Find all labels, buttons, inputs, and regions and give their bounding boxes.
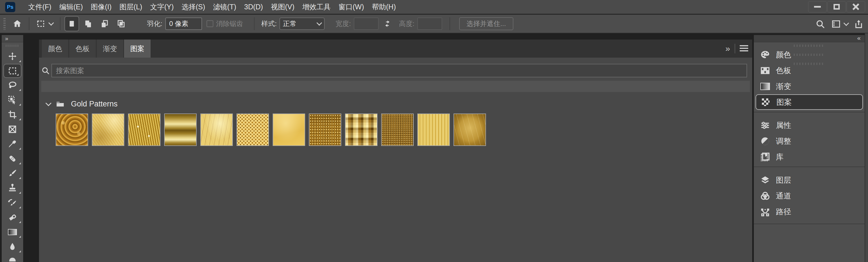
dodge-icon: [8, 256, 17, 261]
history-brush-tool[interactable]: [2, 195, 23, 210]
dock-item-color[interactable]: 颜色: [754, 47, 865, 62]
home-button[interactable]: [10, 17, 25, 31]
height-label: 高度:: [396, 19, 417, 28]
close-button[interactable]: [846, 1, 865, 12]
pattern-swatch-halftone-dot-gold[interactable]: [237, 113, 269, 146]
dock-item-libraries[interactable]: 库: [754, 149, 865, 165]
height-input[interactable]: [417, 18, 442, 30]
menu-filter[interactable]: 滤镜(T): [209, 0, 240, 13]
new-selection-button[interactable]: [64, 16, 79, 31]
properties-icon: [760, 120, 770, 130]
menu-3d[interactable]: 3D(D): [240, 0, 267, 13]
subtract-from-selection-button[interactable]: [97, 16, 112, 31]
workspace-switcher[interactable]: [831, 20, 848, 28]
pattern-swatch-vertical-brushed-gold[interactable]: [417, 113, 450, 146]
tab-color[interactable]: 颜色: [42, 39, 68, 58]
menu-edit[interactable]: 编辑(E): [55, 0, 87, 13]
clone-stamp-tool[interactable]: [2, 181, 23, 195]
tab-gradients[interactable]: 渐变: [97, 39, 123, 58]
dock-item-channels[interactable]: 通道: [754, 188, 865, 203]
options-bar-grip[interactable]: [3, 18, 6, 30]
menu-image[interactable]: 图像(I): [87, 0, 116, 13]
share-icon[interactable]: [854, 19, 864, 29]
menu-type[interactable]: 文字(Y): [146, 0, 178, 13]
pattern-swatch-smooth-gradient-gold-bands[interactable]: [164, 113, 197, 146]
pattern-swatch-dark-speckled-gold[interactable]: [309, 113, 341, 146]
tab-swatches[interactable]: 色板: [69, 39, 96, 58]
new-selection-icon: [67, 20, 76, 28]
add-to-selection-button[interactable]: [81, 16, 95, 31]
pattern-icon: [761, 97, 771, 107]
pattern-swatch-smooth-light-gold[interactable]: [273, 113, 305, 146]
maximize-button[interactable]: [827, 1, 846, 12]
libraries-icon: [760, 152, 770, 162]
chevron-down-icon: [316, 20, 322, 26]
menu-help[interactable]: 帮助(H): [368, 0, 400, 13]
search-icon[interactable]: [815, 19, 825, 29]
dock-item-swatches[interactable]: 色板: [754, 63, 865, 78]
flyout-indicator: [19, 221, 21, 223]
dock-group-grip[interactable]: [794, 44, 825, 47]
chevron-down-icon: [48, 20, 54, 26]
pattern-search-input[interactable]: [52, 64, 747, 77]
move-tool[interactable]: [2, 49, 23, 64]
menu-window[interactable]: 窗口(W): [335, 0, 368, 13]
tab-patterns[interactable]: 图案: [124, 39, 151, 58]
blur-tool[interactable]: [2, 239, 23, 254]
spot-healing-brush-tool[interactable]: [2, 151, 23, 166]
dock-item-patterns[interactable]: 图案: [755, 94, 863, 110]
dock-item-layers[interactable]: 图层: [754, 172, 865, 188]
feather-input[interactable]: [165, 18, 202, 30]
panel-collapse-button[interactable]: »: [725, 44, 730, 53]
eyedropper-tool[interactable]: [2, 137, 23, 151]
flyout-indicator: [19, 177, 21, 179]
panel-tab-strip: 颜色 色板 渐变 图案 »: [39, 39, 752, 58]
toolbar-expand-button[interactable]: »: [2, 35, 23, 42]
pattern-swatch-mosaic-pixel-gold[interactable]: [345, 113, 377, 146]
pattern-swatch-glitter-gold[interactable]: [381, 113, 414, 146]
tool-preset-marquee[interactable]: [33, 17, 56, 31]
object-selection-tool[interactable]: [2, 93, 23, 107]
intersect-selection-icon: [117, 20, 125, 28]
dock-collapse-button[interactable]: «: [857, 35, 865, 42]
pattern-swatch-grainy-gold-foil[interactable]: [92, 113, 124, 146]
menu-layer[interactable]: 图层(L): [116, 0, 146, 13]
paths-icon: [760, 207, 770, 217]
recent-patterns-row: [41, 81, 750, 92]
dock-item-label: 图案: [776, 97, 792, 107]
rectangular-marquee-tool[interactable]: [3, 64, 22, 78]
history-brush-icon: [8, 198, 17, 207]
dock-header: «: [754, 35, 865, 42]
dock-item-label: 图层: [776, 175, 791, 185]
menu-view[interactable]: 视图(V): [267, 0, 299, 13]
dock-item-paths[interactable]: 路径: [754, 204, 865, 219]
style-select[interactable]: 正常: [279, 18, 324, 30]
gradient-tool[interactable]: [2, 225, 23, 239]
minimize-button[interactable]: [808, 1, 827, 12]
dock-item-properties[interactable]: 属性: [754, 118, 865, 133]
pattern-swatch-light-scratched-gold[interactable]: [200, 113, 233, 146]
frame-tool[interactable]: [2, 122, 23, 137]
brush-tool[interactable]: [2, 166, 23, 181]
intersect-selection-button[interactable]: [114, 16, 128, 31]
crop-tool[interactable]: [2, 107, 23, 122]
lasso-tool[interactable]: [2, 78, 23, 93]
dock-group-separator: [754, 224, 865, 224]
menu-plugins[interactable]: 增效工具: [299, 0, 335, 13]
pattern-swatch-brushed-strand-gold[interactable]: [128, 113, 160, 146]
pattern-swatch-matte-scratched-gold[interactable]: [454, 113, 486, 146]
swap-width-height-button[interactable]: [379, 17, 396, 31]
pattern-swatch-ornate-swirl-gold[interactable]: [56, 113, 88, 146]
menu-file[interactable]: 文件(F): [24, 0, 55, 13]
pattern-group-header[interactable]: Gold Patterns: [39, 97, 745, 111]
width-input[interactable]: [354, 18, 379, 30]
toolbar-grip[interactable]: [6, 44, 19, 47]
anti-alias-checkbox[interactable]: [207, 20, 213, 27]
select-and-mask-button[interactable]: 选择并遮住...: [459, 17, 514, 30]
dock-item-gradients[interactable]: 渐变: [754, 78, 865, 94]
panel-menu-icon[interactable]: [740, 45, 748, 52]
eraser-tool[interactable]: [2, 210, 23, 225]
dock-item-adjustments[interactable]: 调整: [754, 133, 865, 149]
dodge-tool[interactable]: [2, 254, 23, 261]
menu-select[interactable]: 选择(S): [178, 0, 209, 13]
